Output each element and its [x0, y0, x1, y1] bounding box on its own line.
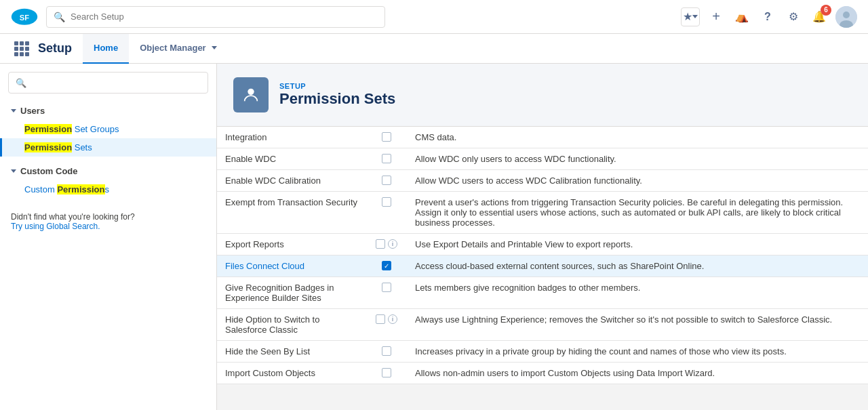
grid-icon: [14, 41, 29, 56]
plus-icon: +: [712, 9, 720, 24]
sidebar: 🔍 permission Users Permission Set Groups…: [0, 64, 217, 410]
table-row: Give Recognition Badges in Experience Bu…: [217, 277, 868, 309]
permission-checkbox[interactable]: [382, 283, 391, 292]
permission-description: Lets members give recognition badges to …: [415, 283, 640, 293]
permission-checkbox[interactable]: [376, 239, 385, 249]
app-launcher-button[interactable]: [11, 38, 33, 60]
sidebar-section-custom-code: Custom Code Custom Permissions: [0, 159, 216, 201]
tab-home[interactable]: Home: [83, 34, 129, 64]
custom-permissions-highlight: Permission: [57, 184, 104, 194]
user-avatar-button[interactable]: [835, 6, 857, 28]
table-row: Enable WDC CalibrationAllow WDC users to…: [217, 170, 868, 192]
permission-checkbox[interactable]: [382, 176, 391, 185]
table-row: Import Custom ObjectsAllows non-admin us…: [217, 363, 868, 384]
permission-description: Use Export Details and Printable View to…: [415, 239, 633, 249]
global-search-input[interactable]: [71, 12, 378, 22]
favorites-button[interactable]: ★: [681, 7, 700, 26]
search-icon: 🔍: [54, 12, 65, 22]
sidebar-search-icon: 🔍: [16, 78, 26, 88]
star-icon: ★: [683, 10, 692, 23]
permission-name: Export Reports: [225, 239, 284, 249]
permission-name-link[interactable]: Files Connect Cloud: [225, 261, 304, 271]
setup-title[interactable]: Setup: [38, 41, 72, 56]
salesforce-logo[interactable]: SF: [11, 3, 38, 30]
permission-checkbox[interactable]: [382, 132, 391, 142]
svg-point-5: [248, 89, 254, 95]
sidebar-section-header-users[interactable]: Users: [0, 102, 216, 120]
tab-object-manager[interactable]: Object Manager: [129, 34, 228, 64]
global-search-link[interactable]: Try using Global Search.: [11, 222, 100, 231]
permission-checkbox[interactable]: [382, 346, 391, 356]
table-row: IntegrationCMS data.: [217, 127, 868, 148]
permission-checkbox[interactable]: [382, 368, 391, 377]
svg-text:SF: SF: [20, 13, 29, 21]
trailhead-icon: ⛺: [735, 10, 749, 23]
sidebar-section-header-custom-code[interactable]: Custom Code: [0, 162, 216, 180]
permission-sets-rest: Sets: [72, 142, 92, 152]
permission-description: Allow WDC only users to access WDC funct…: [415, 154, 616, 164]
trailhead-button[interactable]: ⛺: [732, 7, 751, 26]
table-row: Hide Option to Switch to Salesforce Clas…: [217, 309, 868, 341]
custom-code-section-chevron-icon: [11, 169, 16, 173]
object-manager-chevron-icon: [212, 46, 217, 49]
page-header-text: SETUP Permission Sets: [279, 82, 395, 108]
custom-code-section-label: Custom Code: [20, 166, 78, 176]
content-area: SETUP Permission Sets IntegrationCMS dat…: [217, 64, 868, 410]
permissions-table: IntegrationCMS data.Enable WDCAllow WDC …: [217, 127, 868, 384]
custom-permissions-post: s: [105, 184, 110, 194]
permission-checkbox[interactable]: ✓: [382, 261, 391, 270]
top-navigation: SF 🔍 ★ + ⛺ ? ⚙ 🔔 6: [0, 0, 868, 34]
permission-name: Import Custom Objects: [225, 368, 315, 378]
home-tab-label: Home: [94, 43, 118, 53]
table-row: Exempt from Transaction SecurityPrevent …: [217, 192, 868, 234]
permission-set-groups-highlight: Permission: [24, 124, 72, 134]
favorites-chevron-icon: [692, 15, 698, 18]
permission-description: Access cloud-based external content sour…: [415, 261, 704, 271]
permission-name: Hide Option to Switch to Salesforce Clas…: [225, 314, 319, 335]
page-header-icon: [233, 77, 269, 112]
object-manager-tab-label: Object Manager: [140, 43, 206, 53]
sidebar-item-custom-permissions[interactable]: Custom Permissions: [0, 180, 216, 199]
permission-description: CMS data.: [415, 132, 456, 142]
gear-icon: ⚙: [789, 10, 798, 23]
sidebar-search-container[interactable]: 🔍 permission: [8, 72, 208, 94]
sidebar-section-users: Users Permission Set Groups Permission S…: [0, 99, 216, 159]
users-section-chevron-icon: [11, 109, 16, 112]
permission-sets-highlight: Permission: [24, 142, 72, 152]
add-button[interactable]: +: [707, 7, 726, 26]
table-row: Hide the Seen By ListIncreases privacy i…: [217, 341, 868, 363]
setup-label: SETUP: [279, 82, 395, 90]
permission-checkbox[interactable]: [382, 154, 391, 163]
permission-name: Integration: [225, 132, 267, 142]
permissions-table-container: IntegrationCMS data.Enable WDCAllow WDC …: [217, 127, 868, 384]
table-row: Enable WDCAllow WDC only users to access…: [217, 148, 868, 170]
main-layout: 🔍 permission Users Permission Set Groups…: [0, 64, 868, 410]
global-search-bar[interactable]: 🔍: [46, 6, 385, 28]
svg-point-3: [843, 12, 850, 18]
permission-checkbox[interactable]: [376, 314, 385, 324]
sidebar-item-permission-sets[interactable]: Permission Sets: [0, 138, 216, 157]
second-navigation: Setup Home Object Manager: [0, 34, 868, 64]
table-row: Export ReportsiUse Export Details and Pr…: [217, 234, 868, 255]
users-section-label: Users: [20, 106, 45, 116]
permission-description: Always use Lightning Experience; removes…: [415, 314, 832, 325]
notification-count-badge: 6: [821, 5, 831, 16]
info-icon[interactable]: i: [388, 314, 397, 324]
help-icon: ?: [764, 11, 771, 23]
sidebar-item-permission-set-groups[interactable]: Permission Set Groups: [0, 120, 216, 138]
permission-set-groups-rest: Set Groups: [72, 124, 119, 134]
page-title: Permission Sets: [279, 90, 395, 108]
custom-permissions-pre: Custom: [24, 184, 57, 194]
help-button[interactable]: ?: [758, 7, 777, 26]
notification-bell-button[interactable]: 🔔 6: [810, 7, 829, 26]
permission-checkbox[interactable]: [382, 197, 391, 207]
permission-description: Increases privacy in a private group by …: [415, 346, 787, 356]
permission-name: Hide the Seen By List: [225, 346, 310, 356]
info-icon[interactable]: i: [388, 239, 397, 249]
setup-button[interactable]: ⚙: [784, 7, 803, 26]
nav-icons-group: ★ + ⛺ ? ⚙ 🔔 6: [681, 6, 857, 28]
not-found-text: Didn't find what you're looking for?: [11, 212, 135, 222]
permission-description: Prevent a user's actions from triggering…: [415, 197, 843, 228]
sidebar-search-input[interactable]: permission: [31, 78, 201, 88]
sidebar-not-found: Didn't find what you're looking for? Try…: [0, 201, 216, 242]
